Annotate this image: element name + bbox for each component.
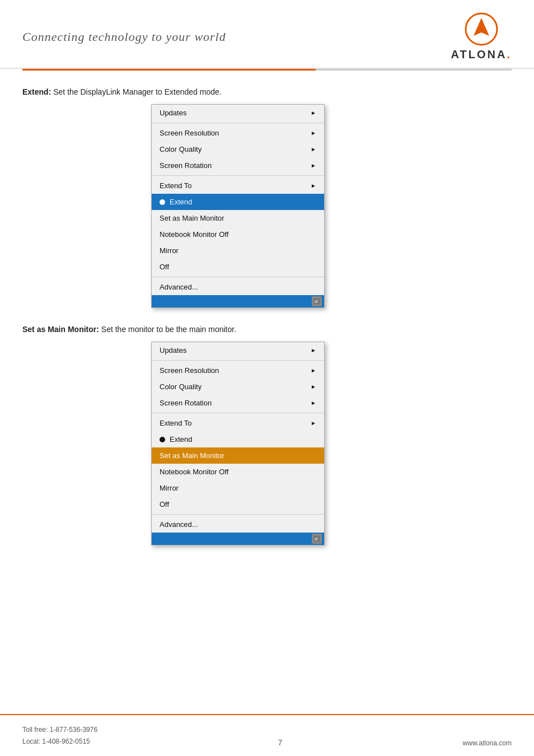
- menu-item-extend-to-2[interactable]: Extend To ►: [152, 415, 324, 431]
- menu-item-screen-rotation-2[interactable]: Screen Rotation ►: [152, 395, 324, 411]
- menu-item-updates[interactable]: Updates ►: [152, 105, 324, 121]
- menu-item-updates-label: Updates: [160, 109, 311, 117]
- menu-item-mirror-2-label: Mirror: [160, 484, 316, 492]
- footer-contact: Toll free: 1-877-536-3976 Local: 1-408-9…: [22, 724, 97, 747]
- menu-item-set-main-monitor-2-label: Set as Main Monitor: [160, 451, 316, 460]
- extend-to-arrow-icon: ►: [311, 183, 316, 189]
- set-main-label-text: Set the monitor to be the main monitor.: [101, 325, 236, 334]
- menu-item-mirror-label: Mirror: [160, 246, 316, 255]
- footer-toll-free: Toll free: 1-877-536-3976: [22, 724, 97, 735]
- menu-divider-2-2: [152, 413, 324, 413]
- menu-item-screen-rotation[interactable]: Screen Rotation ►: [152, 157, 324, 174]
- menu-item-color-quality-2[interactable]: Color Quality ►: [152, 379, 324, 395]
- main-content: Extend: Set the DisplayLink Manager to E…: [0, 71, 534, 585]
- menu-item-extend-2[interactable]: Extend: [152, 431, 324, 447]
- menu-item-color-quality-2-label: Color Quality: [160, 382, 311, 391]
- menu-taskbar-1: dl: [152, 295, 324, 307]
- menu-item-set-main-monitor-2[interactable]: Set as Main Monitor: [152, 447, 324, 464]
- menu-divider-2-1: [152, 360, 324, 361]
- extend-to-2-arrow-icon: ►: [311, 420, 316, 426]
- menu-item-set-main-monitor[interactable]: Set as Main Monitor: [152, 210, 324, 226]
- taskbar-icon-1: dl: [312, 296, 322, 306]
- logo-container: ATLONA.: [451, 12, 512, 61]
- menu-item-off-2-label: Off: [160, 500, 316, 508]
- menu-item-off[interactable]: Off: [152, 259, 324, 275]
- menu-item-color-quality[interactable]: Color Quality ►: [152, 141, 324, 157]
- extend-section: Extend: Set the DisplayLink Manager to E…: [22, 87, 512, 308]
- header-tagline: Connecting technology to your world: [22, 30, 226, 44]
- set-main-menu-wrapper: Updates ► Screen Resolution ► Color Qual…: [151, 342, 325, 545]
- screen-resolution-arrow-icon: ►: [311, 130, 316, 136]
- menu-item-notebook-off[interactable]: Notebook Monitor Off: [152, 226, 324, 242]
- extend-context-menu: Updates ► Screen Resolution ► Color Qual…: [151, 104, 325, 308]
- logo-dot: .: [507, 48, 512, 61]
- set-main-label-bold: Set as Main Monitor:: [22, 325, 99, 334]
- menu-item-extend-to-label: Extend To: [160, 181, 311, 190]
- menu-item-notebook-off-label: Notebook Monitor Off: [160, 230, 316, 239]
- logo-text-group: ATLONA.: [451, 46, 512, 61]
- menu-item-mirror[interactable]: Mirror: [152, 242, 324, 259]
- footer-page-number: 7: [278, 738, 282, 747]
- set-main-label: Set as Main Monitor: Set the monitor to …: [22, 325, 512, 334]
- menu-item-advanced-2-label: Advanced...: [160, 520, 316, 529]
- menu-item-advanced[interactable]: Advanced...: [152, 279, 324, 295]
- screen-rotation-arrow-icon: ►: [311, 162, 316, 169]
- menu-item-mirror-2[interactable]: Mirror: [152, 480, 324, 496]
- screen-rotation-2-arrow-icon: ►: [311, 400, 316, 406]
- menu-item-updates-2[interactable]: Updates ►: [152, 342, 324, 358]
- taskbar-icon-2: dl: [312, 534, 322, 544]
- menu-item-screen-rotation-label: Screen Rotation: [160, 161, 311, 170]
- extend-bullet-icon: [160, 199, 165, 205]
- menu-item-screen-resolution-2-label: Screen Resolution: [160, 366, 311, 375]
- footer-website: www.atlona.com: [463, 739, 512, 747]
- menu-item-extend-to[interactable]: Extend To ►: [152, 178, 324, 194]
- extend-label-text: Set the DisplayLink Manager to Extended …: [53, 87, 221, 96]
- menu-item-screen-resolution-2[interactable]: Screen Resolution ►: [152, 362, 324, 379]
- extend-2-bullet-icon: [160, 437, 165, 442]
- menu-item-set-main-monitor-label: Set as Main Monitor: [160, 214, 316, 222]
- menu-item-notebook-off-2-label: Notebook Monitor Off: [160, 468, 316, 476]
- menu-item-screen-resolution-label: Screen Resolution: [160, 129, 311, 137]
- menu-divider-2-3: [152, 514, 324, 515]
- extend-label-bold: Extend:: [22, 87, 51, 96]
- menu-divider-1: [152, 123, 324, 123]
- menu-item-off-label: Off: [160, 263, 316, 271]
- menu-divider-3: [152, 277, 324, 277]
- menu-item-extend-2-label: Extend: [170, 435, 316, 444]
- updates-2-arrow-icon: ►: [311, 347, 316, 353]
- footer-local: Local: 1-408-962-0515: [22, 736, 97, 747]
- logo-text: ATLONA: [451, 48, 507, 61]
- set-main-context-menu: Updates ► Screen Resolution ► Color Qual…: [151, 342, 325, 545]
- menu-taskbar-2: dl: [152, 533, 324, 545]
- menu-item-off-2[interactable]: Off: [152, 496, 324, 512]
- menu-divider-2: [152, 175, 324, 176]
- extend-menu-wrapper: Updates ► Screen Resolution ► Color Qual…: [151, 104, 325, 308]
- color-quality-arrow-icon: ►: [311, 146, 316, 152]
- menu-item-advanced-label: Advanced...: [160, 283, 316, 291]
- color-quality-2-arrow-icon: ►: [311, 384, 316, 390]
- updates-arrow-icon: ►: [311, 110, 316, 116]
- menu-item-notebook-off-2[interactable]: Notebook Monitor Off: [152, 464, 324, 480]
- page-footer: Toll free: 1-877-536-3976 Local: 1-408-9…: [0, 714, 534, 756]
- menu-item-advanced-2[interactable]: Advanced...: [152, 516, 324, 533]
- menu-item-extend-to-2-label: Extend To: [160, 419, 311, 427]
- menu-item-updates-2-label: Updates: [160, 346, 311, 354]
- menu-item-extend[interactable]: Extend: [152, 194, 324, 210]
- extend-label: Extend: Set the DisplayLink Manager to E…: [22, 87, 512, 96]
- menu-item-screen-rotation-2-label: Screen Rotation: [160, 399, 311, 407]
- page-header: Connecting technology to your world ATLO…: [0, 0, 534, 69]
- set-main-section: Set as Main Monitor: Set the monitor to …: [22, 325, 512, 545]
- svg-text:dl: dl: [315, 300, 318, 304]
- menu-item-screen-resolution[interactable]: Screen Resolution ►: [152, 125, 324, 141]
- menu-item-extend-label: Extend: [170, 198, 316, 206]
- screen-resolution-2-arrow-icon: ►: [311, 367, 316, 374]
- menu-item-color-quality-label: Color Quality: [160, 145, 311, 153]
- svg-text:dl: dl: [315, 537, 318, 541]
- atlona-logo-icon: [465, 12, 498, 46]
